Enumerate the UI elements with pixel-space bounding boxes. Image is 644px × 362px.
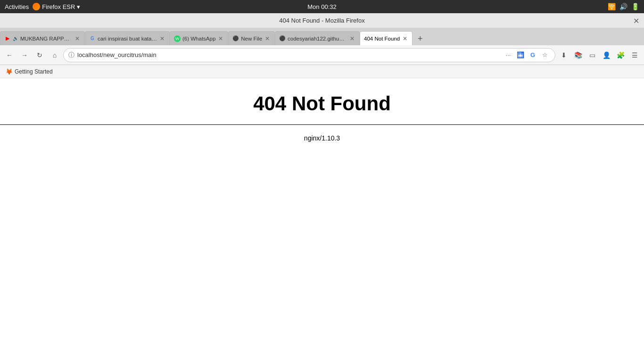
window-close-button[interactable]: ✕ — [633, 16, 639, 25]
tab-codesyariah[interactable]: ⚫ codesyariah122.github.io ✕ — [275, 31, 360, 45]
bookmarks-bar: 🦊 Getting Started — [0, 65, 644, 78]
youtube-favicon-icon: ▶ — [4, 35, 11, 42]
url-text: localhost/new_ourcitrus/main — [77, 51, 500, 58]
tab5-label: codesyariah122.github.io — [288, 36, 347, 41]
home-button[interactable]: ⌂ — [48, 49, 61, 62]
sidebar-button[interactable]: ▭ — [586, 49, 599, 62]
nav-bar: ← → ↻ ⌂ ⓘ localhost/new_ourcitrus/main ·… — [0, 45, 644, 65]
address-more-button[interactable]: ··· — [503, 50, 513, 60]
title-bar: 404 Not Found - Mozilla Firefox ✕ — [0, 13, 644, 28]
google-enhance-icon[interactable]: G — [528, 50, 538, 60]
bookmark-getting-started[interactable]: 🦊 Getting Started — [4, 67, 55, 76]
address-bar[interactable]: ⓘ localhost/new_ourcitrus/main ··· 🛅 G ☆ — [63, 48, 555, 62]
tabs-bar: ▶ 🔊 MUKBANG RAPPOKI M ✕ G cari inspirasi… — [0, 28, 644, 45]
bookmark-star-button[interactable]: ☆ — [540, 50, 550, 60]
tab2-close-button[interactable]: ✕ — [159, 35, 165, 42]
firefox-label: Firefox ESR — [42, 3, 75, 10]
tab-whatsapp[interactable]: W (6) WhatsApp ✕ — [170, 31, 228, 45]
tab-sound-icon: 🔊 — [13, 36, 18, 41]
new-tab-button[interactable]: + — [413, 32, 427, 45]
downloads-button[interactable]: ⬇ — [557, 49, 570, 62]
window-title: 404 Not Found - Mozilla Firefox — [279, 17, 364, 24]
tab4-close-button[interactable]: ✕ — [264, 35, 271, 42]
tab2-label: cari inspirasi buat kata ka — [98, 36, 157, 41]
tab6-label: 404 Not Found — [364, 36, 400, 41]
back-button[interactable]: ← — [3, 49, 16, 62]
google-favicon-icon: G — [89, 35, 96, 42]
page-content: 404 Not Found nginx/1.10.3 — [0, 78, 644, 362]
library-button[interactable]: 📚 — [571, 49, 585, 62]
extensions-button[interactable]: 🧩 — [614, 49, 627, 62]
profile-button[interactable]: 👤 — [600, 49, 613, 62]
system-tray: 🛜 🔊 🔋 — [608, 3, 639, 10]
firefox-icon — [33, 3, 40, 10]
menu-button[interactable]: ☰ — [628, 49, 641, 62]
tab4-label: New File — [241, 36, 262, 41]
system-bar: Activities Firefox ESR ▾ Mon 00:32 🛜 🔊 🔋 — [0, 0, 644, 13]
activities-button[interactable]: Activities — [5, 3, 29, 10]
firefox-menu[interactable]: Firefox ESR ▾ — [33, 3, 80, 10]
firefox-menu-arrow: ▾ — [77, 3, 80, 10]
audio-icon: 🔊 — [619, 3, 627, 10]
address-bar-actions: ··· 🛅 G ☆ — [503, 50, 550, 60]
github-favicon-icon: ⚫ — [232, 35, 239, 42]
wifi-icon: 🛜 — [608, 3, 616, 10]
system-time: Mon 00:32 — [307, 3, 336, 10]
tab-github-newfile[interactable]: ⚫ New File ✕ — [228, 31, 275, 45]
tab-mukbang[interactable]: ▶ 🔊 MUKBANG RAPPOKI M ✕ — [0, 31, 85, 45]
bookmark-label: Getting Started — [15, 68, 53, 75]
system-bar-left: Activities Firefox ESR ▾ — [5, 3, 80, 10]
nav-right-buttons: ⬇ 📚 ▭ 👤 🧩 ☰ — [557, 49, 641, 62]
whatsapp-favicon-icon: W — [174, 35, 181, 42]
codesyariah-favicon-icon: ⚫ — [279, 35, 286, 42]
security-info-icon[interactable]: ⓘ — [68, 51, 74, 59]
pocket-button[interactable]: 🛅 — [515, 50, 526, 60]
error-heading: 404 Not Found — [253, 92, 391, 115]
server-info: nginx/1.10.3 — [304, 134, 340, 142]
tab3-close-button[interactable]: ✕ — [217, 35, 224, 42]
tab1-label: MUKBANG RAPPOKI M — [20, 36, 72, 41]
tab-google[interactable]: G cari inspirasi buat kata ka ✕ — [85, 31, 170, 45]
reload-button[interactable]: ↻ — [33, 49, 46, 62]
tab6-close-button[interactable]: ✕ — [402, 35, 408, 42]
battery-icon: 🔋 — [631, 3, 639, 10]
tab1-close-button[interactable]: ✕ — [74, 35, 81, 42]
error-divider — [0, 124, 644, 125]
tab3-label: (6) WhatsApp — [182, 36, 215, 41]
tab-404[interactable]: 404 Not Found ✕ — [360, 31, 413, 45]
tab5-close-button[interactable]: ✕ — [349, 35, 355, 42]
forward-button[interactable]: → — [18, 49, 31, 62]
bookmark-firefox-icon: 🦊 — [6, 68, 13, 75]
